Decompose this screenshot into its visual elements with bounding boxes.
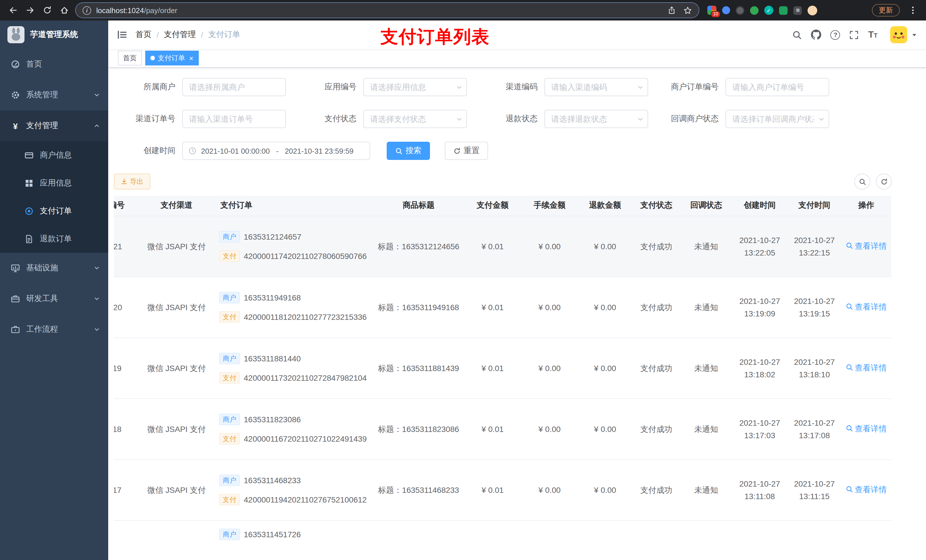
notify-status-cell <box>681 520 732 560</box>
extension-green-icon[interactable] <box>750 6 758 15</box>
sidebar-item-payment[interactable]: ¥ 支付管理 <box>0 110 108 141</box>
merchant-order-line: 商户 1635311881440 <box>219 353 371 364</box>
merchant-tag: 商户 <box>219 292 240 303</box>
pay-time-cell: 2021-10-27 13:19:15 <box>788 276 841 338</box>
view-detail-link[interactable]: 查看详情 <box>846 240 887 252</box>
filter-channel-order-no-input[interactable] <box>182 110 286 128</box>
filter-channel-code: 渠道编码 <box>476 78 648 96</box>
filter-create-time: 创建时间 2021-10-01 00:00:00 - 2021-10-31 23… <box>114 142 370 160</box>
briefcase-icon <box>11 325 20 334</box>
monitor-icon <box>11 264 20 273</box>
sidebar-item-infrastructure[interactable]: 基础设施 <box>0 253 108 284</box>
filter-channel-order-no-label: 渠道订单号 <box>114 114 182 124</box>
create-time-cell <box>732 520 788 560</box>
view-detail-link[interactable]: 查看详情 <box>846 361 887 374</box>
pay-order-line: 支付 4200001167202110271022491439 <box>219 433 371 444</box>
filter-notify-status-select[interactable] <box>726 110 829 128</box>
merchant-order-no: 1635311451726 <box>244 528 301 540</box>
refund-amount-cell: ¥ 0.00 <box>578 459 632 520</box>
create-time-cell: 2021-10-27 13:17:03 <box>732 398 788 459</box>
bookmark-star-icon[interactable] <box>683 6 692 15</box>
user-menu[interactable] <box>890 26 917 43</box>
help-icon[interactable]: ? <box>831 30 840 39</box>
site-info-icon[interactable]: i <box>83 6 91 15</box>
forward-button[interactable] <box>22 2 39 19</box>
pay-amount-cell: ¥ 0.01 <box>464 338 521 398</box>
col-amount: 支付金额 <box>464 196 521 216</box>
sidebar-item-devtools[interactable]: 研发工具 <box>0 284 108 314</box>
title-prefix: 标题： <box>378 485 402 494</box>
filter-channel-code-select[interactable] <box>545 78 648 96</box>
sidebar-item-refund-order[interactable]: 退款订单 <box>0 225 108 253</box>
date-end: 2021-10-31 23:59:59 <box>285 146 353 155</box>
fullscreen-icon[interactable] <box>849 30 859 39</box>
sidebar-item-app-info[interactable]: 应用信息 <box>0 169 108 197</box>
breadcrumb-payment[interactable]: 支付管理 <box>164 30 196 40</box>
browser-update-button[interactable]: 更新 <box>872 4 900 17</box>
pay-order-line: 支付 4200001194202110276752100612 <box>219 494 371 505</box>
action-cell: 查看详情 <box>841 338 891 398</box>
search-button[interactable]: 搜索 <box>387 142 430 160</box>
pay-status-cell: 支付成功 <box>632 216 681 276</box>
order-id-cell: 118 <box>114 398 139 459</box>
extension-green-square-icon[interactable] <box>779 6 788 15</box>
pay-order-cell: 商户 1635312124657 支付 42000011742021102780… <box>213 216 373 276</box>
col-id: 编号 <box>114 196 139 216</box>
filter-app-no-select[interactable] <box>363 78 467 96</box>
back-button[interactable] <box>5 2 22 19</box>
extension-gray-icon[interactable] <box>736 6 744 15</box>
search-icon[interactable] <box>793 30 802 39</box>
profile-avatar-icon[interactable] <box>808 5 817 15</box>
filter-merchant-input[interactable] <box>182 78 286 96</box>
export-button[interactable]: 导出 <box>114 174 150 190</box>
extension-puzzle-icon[interactable] <box>793 6 802 15</box>
view-detail-link[interactable]: 查看详情 <box>846 300 887 313</box>
share-icon[interactable] <box>667 6 676 15</box>
sidebar: 芋道管理系统 首页 系统管理 ¥ 支付管理 商户信息 <box>0 21 108 560</box>
chevron-down-icon <box>819 116 825 122</box>
sidebar-item-system[interactable]: 系统管理 <box>0 80 108 110</box>
pay-amount-cell: ¥ 0.01 <box>464 459 521 520</box>
forward-arrow-icon <box>26 6 35 15</box>
extension-blue-icon[interactable] <box>722 6 730 14</box>
filter-merchant-label: 所属商户 <box>114 82 182 92</box>
reload-button[interactable] <box>39 2 56 19</box>
refresh-table-button[interactable] <box>876 174 892 190</box>
sidebar-item-pay-order[interactable]: 支付订单 <box>0 197 108 225</box>
hamburger-button[interactable] <box>108 30 136 40</box>
extension-teal-check-icon[interactable]: ✓ <box>764 6 773 15</box>
home-icon <box>60 6 69 15</box>
close-tab-icon[interactable]: × <box>189 54 193 62</box>
tab-pay-order[interactable]: 支付订单 × <box>145 51 198 65</box>
sidebar-item-merchant-info[interactable]: 商户信息 <box>0 141 108 169</box>
extension-colorful-icon[interactable]: 10 <box>707 6 716 15</box>
url-host: localhost:1024 <box>96 6 144 15</box>
breadcrumb-home[interactable]: 首页 <box>136 30 151 40</box>
sidebar-item-home[interactable]: 首页 <box>0 49 108 80</box>
browser-menu-button[interactable] <box>904 2 921 19</box>
filter-refund-status-select[interactable] <box>545 110 648 128</box>
font-size-icon[interactable]: TT <box>868 30 878 40</box>
view-detail-link[interactable]: 查看详情 <box>846 422 887 435</box>
caret-down-icon <box>911 32 917 38</box>
search-toggle-button[interactable] <box>854 174 870 190</box>
title-prefix: 标题： <box>378 424 402 433</box>
order-id: 119 <box>114 362 122 374</box>
reset-button[interactable]: 重置 <box>445 142 488 160</box>
sidebar-item-workflow[interactable]: 工作流程 <box>0 314 108 345</box>
product-title-cell: 标题：1635311949168 <box>373 276 464 338</box>
view-detail-link[interactable]: 查看详情 <box>846 483 887 496</box>
filter-merchant-order-no-input[interactable] <box>726 78 829 96</box>
order-id-cell <box>114 520 139 560</box>
github-icon[interactable] <box>811 30 822 40</box>
home-button[interactable] <box>56 2 73 19</box>
pay-channel-cell: 微信 JSAPI 支付 <box>139 398 213 459</box>
app-logo-row[interactable]: 芋道管理系统 <box>0 21 108 49</box>
toolbox-icon <box>11 294 20 303</box>
filter-pay-status-select[interactable] <box>363 110 467 128</box>
tab-home[interactable]: 首页 <box>118 51 142 65</box>
address-bar[interactable]: i localhost:1024/pay/order <box>75 2 699 18</box>
date-range-picker[interactable]: 2021-10-01 00:00:00 - 2021-10-31 23:59:5… <box>182 142 370 160</box>
merchant-order-no: 1635311881440 <box>244 353 301 364</box>
merchant-order-no: 1635311823086 <box>244 414 301 425</box>
